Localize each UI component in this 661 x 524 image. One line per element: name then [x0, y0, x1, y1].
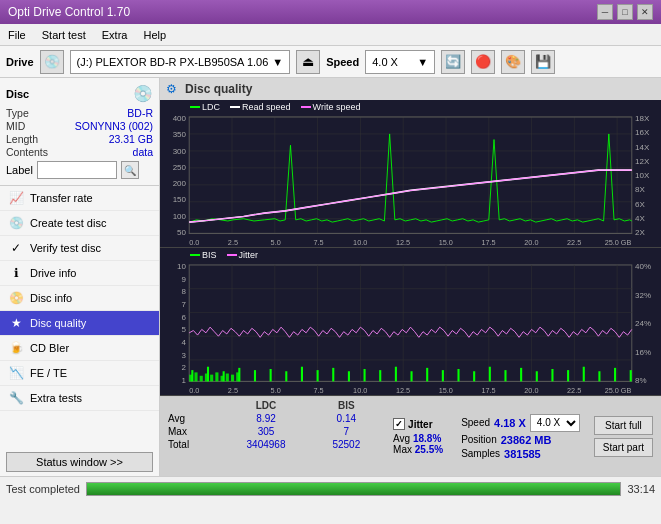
svg-rect-70	[442, 370, 444, 381]
fe-te-icon: 📉	[8, 366, 24, 380]
max-ldc: 305	[221, 425, 312, 438]
samples-val: 381585	[504, 448, 541, 460]
bis-col-header: BIS	[312, 399, 382, 412]
svg-rect-77	[551, 369, 553, 381]
total-bis: 52502	[312, 438, 382, 451]
nav-cd-bier[interactable]: 🍺 CD BIer	[0, 336, 159, 361]
svg-text:2.5: 2.5	[228, 237, 238, 246]
svg-text:15.0: 15.0	[439, 237, 453, 246]
close-button[interactable]: ✕	[637, 4, 653, 20]
speed-selector[interactable]: 4.0 X ▼	[365, 50, 435, 74]
nav-disc-quality[interactable]: ★ Disc quality	[0, 311, 159, 336]
status-text: Test completed	[6, 483, 80, 495]
menu-help[interactable]: Help	[139, 27, 170, 43]
svg-rect-52	[231, 375, 234, 382]
drive-selector[interactable]: (J:) PLEXTOR BD-R PX-LB950SA 1.06 ▼	[70, 50, 291, 74]
cd-bier-icon: 🍺	[8, 341, 24, 355]
top-chart: LDC Read speed Write speed 4003503002502…	[160, 100, 661, 248]
svg-rect-79	[583, 367, 585, 382]
save-button[interactable]: 💾	[531, 50, 555, 74]
disc-header: Disc	[6, 88, 29, 100]
svg-rect-71	[457, 369, 459, 381]
svg-rect-62	[317, 370, 319, 381]
menubar: File Start test Extra Help	[0, 24, 661, 46]
svg-rect-64	[348, 371, 350, 381]
speed-stat-selector[interactable]: 4.0 X	[530, 414, 580, 432]
drive-info-icon: ℹ	[8, 266, 24, 280]
svg-text:17.5: 17.5	[481, 385, 495, 394]
info-button[interactable]: 🎨	[501, 50, 525, 74]
nav-fe-te[interactable]: 📉 FE / TE	[0, 361, 159, 386]
chart-header: ⚙ Disc quality	[160, 78, 661, 100]
app-title: Opti Drive Control 1.70	[8, 5, 130, 19]
chart-title: Disc quality	[185, 82, 252, 96]
jitter-checkbox[interactable]: ✓	[393, 418, 405, 430]
verify-test-disc-icon: ✓	[8, 241, 24, 255]
transfer-rate-icon: 📈	[8, 191, 24, 205]
avg-row: Avg 8.92 0.14	[164, 412, 381, 425]
disc-quality-icon: ★	[8, 316, 24, 330]
nav-verify-test-disc[interactable]: ✓ Verify test disc	[0, 236, 159, 261]
nav-extra-tests-label: Extra tests	[30, 392, 82, 404]
stats-table: LDC BIS Avg 8.92 0.14 Max 305	[164, 399, 381, 474]
svg-text:20.0: 20.0	[524, 237, 538, 246]
extra-tests-icon: 🔧	[8, 391, 24, 405]
mid-label: MID	[6, 120, 25, 132]
avg-jitter-val: 18.8%	[413, 433, 441, 444]
jitter-legend-label: Jitter	[239, 250, 259, 260]
window-controls: ─ □ ✕	[597, 4, 653, 20]
type-label: Type	[6, 107, 29, 119]
speed-stat-label: Speed	[461, 417, 490, 428]
nav-drive-info[interactable]: ℹ Drive info	[0, 261, 159, 286]
sidebar: Disc 💿 Type BD-R MID SONYNN3 (002) Lengt…	[0, 78, 160, 476]
menu-extra[interactable]: Extra	[98, 27, 132, 43]
svg-rect-45	[194, 372, 197, 381]
svg-rect-81	[614, 368, 616, 382]
label-search-button[interactable]: 🔍	[121, 161, 139, 179]
eject-button[interactable]: ⏏	[296, 50, 320, 74]
ldc-legend: LDC	[190, 102, 220, 112]
nav-create-test-disc[interactable]: 💿 Create test disc	[0, 211, 159, 236]
svg-rect-66	[379, 370, 381, 381]
svg-text:0.0: 0.0	[189, 385, 199, 394]
samples-label: Samples	[461, 448, 500, 459]
svg-text:5.0: 5.0	[271, 237, 281, 246]
svg-rect-63	[332, 368, 334, 382]
svg-rect-54	[191, 370, 193, 381]
nav-transfer-rate[interactable]: 📈 Transfer rate	[0, 186, 159, 211]
chart-settings-icon: ⚙	[166, 82, 177, 96]
nav-extra-tests[interactable]: 🔧 Extra tests	[0, 386, 159, 411]
label-input[interactable]	[37, 161, 117, 179]
svg-rect-74	[504, 370, 506, 381]
stats-bar: LDC BIS Avg 8.92 0.14 Max 305	[160, 396, 661, 476]
svg-text:17.5: 17.5	[481, 237, 495, 246]
menu-start-test[interactable]: Start test	[38, 27, 90, 43]
refresh-button[interactable]: 🔄	[441, 50, 465, 74]
maximize-button[interactable]: □	[617, 4, 633, 20]
menu-file[interactable]: File	[4, 27, 30, 43]
settings-button[interactable]: 🔴	[471, 50, 495, 74]
disc-info-icon: 📀	[8, 291, 24, 305]
nav-disc-info[interactable]: 📀 Disc info	[0, 286, 159, 311]
svg-rect-69	[426, 368, 428, 382]
svg-rect-51	[226, 374, 229, 382]
start-part-button[interactable]: Start part	[594, 438, 653, 457]
svg-rect-55	[207, 367, 209, 382]
bottom-status-bar: Test completed 33:14	[0, 476, 661, 500]
minimize-button[interactable]: ─	[597, 4, 613, 20]
status-window-button[interactable]: Status window >>	[6, 452, 153, 472]
progress-fill	[87, 483, 620, 495]
svg-text:12.5: 12.5	[396, 385, 410, 394]
jitter-legend: Jitter	[227, 250, 259, 260]
total-ldc: 3404968	[221, 438, 312, 451]
nav-drive-info-label: Drive info	[30, 267, 76, 279]
svg-rect-56	[223, 371, 225, 381]
bottom-y-axis-right: 40%32%24%16%8%	[633, 262, 661, 385]
avg-jitter-label: Avg	[393, 433, 410, 444]
start-full-button[interactable]: Start full	[594, 416, 653, 435]
avg-label: Avg	[164, 412, 221, 425]
jitter-label: Jitter	[408, 419, 432, 430]
contents-label: Contents	[6, 146, 48, 158]
avg-speed-val: 4.18 X	[494, 417, 526, 429]
top-y-axis-left: 40035030025020015010050	[160, 114, 188, 237]
